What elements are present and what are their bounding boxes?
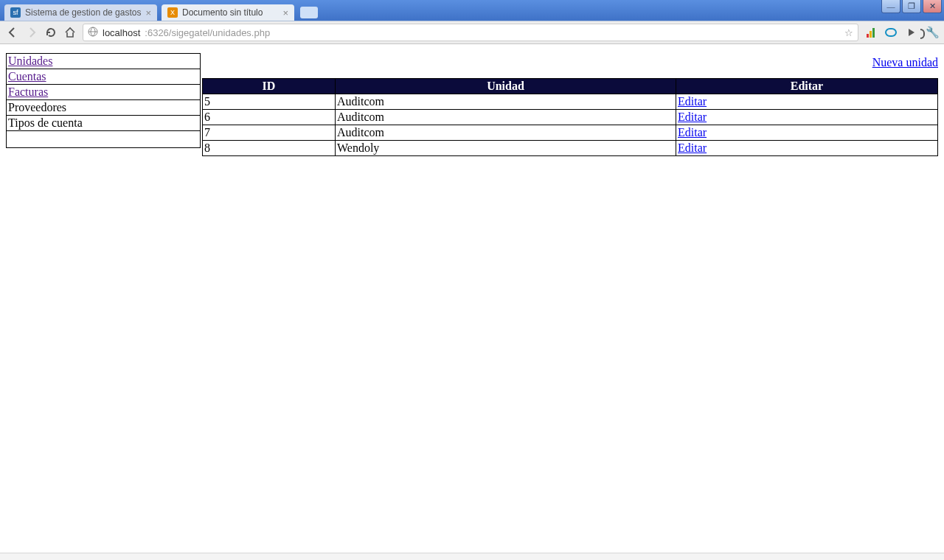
cell-editar: Editar [676, 110, 938, 125]
minimize-button[interactable]: — [881, 0, 900, 13]
back-button[interactable] [6, 26, 19, 39]
tab-title: Documento sin título [182, 7, 278, 18]
tab-0[interactable]: sf Sistema de gestion de gastos × [4, 4, 157, 21]
sidebar-link[interactable]: Unidades [8, 55, 52, 67]
col-header-editar: Editar [676, 79, 938, 94]
table-row: 5 Auditcom Editar [203, 94, 938, 110]
table-row: 8 Wendoly Editar [203, 141, 938, 156]
sidebar-item-proveedores: Proveedores [7, 100, 200, 116]
page-content: Unidades Cuentas Facturas Proveedores Ti… [0, 44, 944, 553]
new-unidad-link[interactable]: Nueva unidad [872, 56, 938, 69]
cell-unidad: Auditcom [336, 110, 676, 125]
actions-bar: Nueva unidad [202, 53, 938, 78]
cell-id: 6 [203, 110, 336, 125]
favicon-icon: X [167, 7, 178, 18]
status-bar [0, 553, 944, 560]
bookmark-star-icon[interactable]: ☆ [844, 27, 853, 38]
edit-link[interactable]: Editar [678, 111, 707, 123]
edit-link[interactable]: Editar [678, 141, 707, 154]
address-bar[interactable]: localhost:6326/sigegatel/unidades.php ☆ [83, 24, 858, 41]
cell-editar: Editar [676, 141, 938, 156]
sidebar-link[interactable]: Facturas [8, 85, 48, 98]
favicon-icon: sf [10, 7, 21, 18]
unidades-table: ID Unidad Editar 5 Auditcom Editar 6 [202, 78, 938, 156]
url-host: localhost [103, 27, 140, 38]
cell-id: 8 [203, 141, 336, 156]
sidebar-label: Proveedores [8, 101, 66, 113]
home-button[interactable] [63, 26, 77, 39]
cell-editar: Editar [676, 94, 938, 110]
extension-eye-icon[interactable] [885, 27, 897, 38]
sidebar-label: Tipos de cuenta [8, 116, 83, 129]
close-window-button[interactable]: ✕ [923, 0, 942, 13]
sidebar-item-empty [7, 131, 200, 147]
sidebar-item-cuentas[interactable]: Cuentas [7, 69, 200, 85]
cell-id: 5 [203, 94, 336, 110]
settings-wrench-icon[interactable]: 🔧 [926, 27, 938, 38]
new-tab-button[interactable] [300, 7, 318, 18]
browser-titlebar: sf Sistema de gestion de gastos × X Docu… [0, 0, 944, 21]
tab-strip: sf Sistema de gestion de gastos × X Docu… [0, 0, 318, 21]
cell-unidad: Wendoly [336, 141, 676, 156]
col-header-id: ID [203, 79, 336, 94]
extension-bars-icon[interactable] [864, 27, 876, 38]
cell-editar: Editar [676, 125, 938, 141]
edit-link[interactable]: Editar [678, 95, 707, 108]
table-row: 6 Auditcom Editar [203, 110, 938, 125]
sidebar-item-facturas[interactable]: Facturas [7, 85, 200, 100]
tab-1[interactable]: X Documento sin título × [162, 4, 294, 21]
sidebar-item-unidades[interactable]: Unidades [7, 54, 200, 69]
globe-icon [88, 27, 98, 39]
sidebar-link[interactable]: Cuentas [8, 70, 46, 83]
reload-button[interactable] [44, 26, 58, 39]
cell-unidad: Auditcom [336, 94, 676, 110]
cell-unidad: Auditcom [336, 125, 676, 141]
edit-link[interactable]: Editar [678, 126, 707, 139]
close-icon[interactable]: × [282, 7, 288, 18]
maximize-button[interactable]: ❐ [902, 0, 921, 13]
table-row: 7 Auditcom Editar [203, 125, 938, 141]
browser-toolbar: localhost:6326/sigegatel/unidades.php ☆ … [0, 21, 944, 44]
window-controls: — ❐ ✕ [881, 0, 942, 13]
forward-button[interactable] [25, 26, 38, 39]
extension-audio-icon[interactable] [906, 27, 917, 38]
tab-title: Sistema de gestion de gastos [25, 7, 141, 18]
url-path: :6326/sigegatel/unidades.php [145, 27, 270, 38]
col-header-unidad: Unidad [336, 79, 676, 94]
sidebar-nav: Unidades Cuentas Facturas Proveedores Ti… [6, 53, 201, 148]
sidebar-item-tipos-de-cuenta: Tipos de cuenta [7, 116, 200, 131]
cell-id: 7 [203, 125, 336, 141]
close-icon[interactable]: × [145, 7, 151, 18]
